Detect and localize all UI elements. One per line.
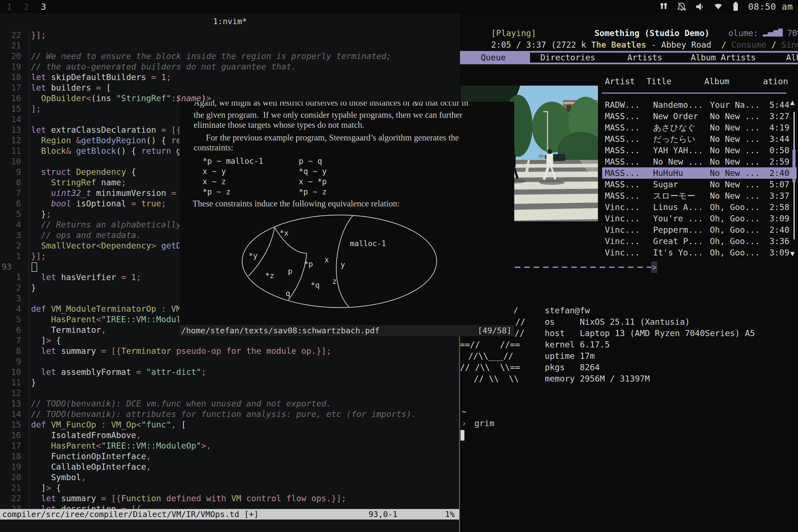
queue-row[interactable]: RADW...Nandemo...Your Na...5:44 [602,99,797,111]
line-number: 7 [0,188,27,198]
queue-row[interactable]: MASS...SugarNo New ...5:07 [602,179,797,190]
queue-cell-duration: 3:27 [770,111,790,122]
queue-header-album[interactable]: Album [704,76,729,87]
earbuds-icon[interactable] [659,2,668,11]
playback-progress-bar[interactable] [515,267,651,268]
queue-scrollbar-thumb[interactable] [793,150,796,182]
queue-row[interactable]: MASS...だったらいNo New ...3:44 [602,133,797,145]
queue-row[interactable]: MASS...HuHuHuNo New ...2:40 [602,167,797,179]
command-input[interactable]: grim [474,418,494,428]
workspace-2[interactable]: 2 [24,2,29,12]
pdf-constraint: x ~ y [203,166,226,176]
scroll-up-icon[interactable]: ▲ [790,98,795,107]
code-line[interactable]: 9 [0,356,31,367]
code-line[interactable]: 10 [0,156,31,167]
diagram-label: *p [304,260,313,268]
code-line[interactable]: 1 let hasVerifier = 1; [0,272,141,283]
code-line[interactable]: 14 [0,114,31,125]
queue-header-artist[interactable]: Artist [605,76,635,87]
workspace-3[interactable]: 3 [41,2,46,12]
line-number: 11 [0,377,27,388]
code-line[interactable]: 13// TODO(benvanik): DCE vm.func when un… [0,398,331,409]
pdf-viewer[interactable]: Again, we might as well restrict ourselv… [179,102,514,336]
playback-progress-head[interactable]: > [651,262,657,273]
code-line[interactable]: 9 struct Dependency { [0,167,136,177]
code-line[interactable]: 18let skipDefaultBuilders = 1; [0,72,171,82]
code-line[interactable]: 2} [0,283,36,293]
queue-row[interactable]: Vinc...You're ...Oh, Goo...3:09 [602,213,797,224]
nixos-logo-line: // /\\ \\== [460,362,520,373]
queue-cell-title: You're ... [653,213,703,224]
queue-cell-title: Pepperm... [653,224,703,235]
queue-cell-album: Oh, Goo... [710,247,760,258]
code-line[interactable]: 1}]; [0,251,46,262]
battery-icon[interactable] [732,1,740,12]
code-line[interactable]: 8 let summary = [{Terminator pseudo-op f… [0,346,331,356]
code-line[interactable]: 22}]; [0,30,46,40]
code-line[interactable]: 7 uint32_t minimumVersion = 0; [0,188,191,198]
queue-row[interactable]: MASS...YAH YAH...No New ...0:50 [602,145,797,156]
code-line[interactable]: 93 [0,262,31,272]
code-line[interactable]: 16 IsolatedFromAbove, [0,430,141,440]
code-line[interactable]: 10 let assemblyFormat = "attr-dict"; [0,367,206,377]
diagram-label: y [341,260,345,269]
queue-cell-duration: 0:50 [770,145,790,156]
code-line[interactable]: 20 Symbol, [0,472,86,483]
tmux-window-title[interactable]: 1:nvim* [0,17,460,26]
queue-row[interactable]: Vinc...It's Yo...Oh, Goo...3:09 [602,247,797,258]
status-bar: 123 08:50 am [0,0,798,13]
wifi-icon[interactable] [713,2,723,12]
nixos-logo-line: // [515,316,525,327]
code-line[interactable]: 19// the auto-generated builders do not … [0,61,296,72]
queue-row[interactable]: MASS...スローモーNo New ...3:37 [602,190,797,202]
queue-row[interactable]: MASS...あさひなぐNo New ...4:19 [602,122,797,133]
pdf-paragraph-line: constraints: [194,143,233,153]
code-line[interactable]: 15def VM_FuncOp : VM_Op<"func", [ [0,419,186,430]
code-line[interactable]: 14// TODO(benvanik): attributes for func… [0,409,416,419]
volume-icon[interactable] [695,2,705,12]
queue-row[interactable]: MASS...No New ...No New ...2:59 [602,156,797,167]
code-line[interactable]: 17 HasParent<"IREE::VM::ModuleOp">, [0,440,211,451]
queue-row[interactable]: Vinc...Great P...Oh, Goo...3:36 [602,235,797,247]
code-line[interactable]: 3 // ops and metadata. [0,230,141,241]
code-line[interactable]: 22 let summary = [{Function defined with… [0,493,346,504]
code-line[interactable]: 6 bool isOptional = true; [0,198,166,209]
code-line[interactable]: 20// We need to ensure the block inside … [0,51,391,61]
pdf-constraint: *p ~ z [299,187,327,197]
code-line[interactable]: 13let extraClassDeclaration = [{ [0,125,181,135]
line-number: 2 [0,241,27,251]
queue-cell-artist: Vinc... [605,213,640,224]
code-line[interactable]: 15]; [0,103,41,114]
queue-cell-title: Sugar [653,179,678,190]
code-line[interactable]: 8 StringRef name; [0,177,126,188]
queue-row[interactable]: Vinc...Pepperm...Oh, Goo...2:40 [602,224,797,235]
code-line[interactable]: 12 [0,388,31,398]
queue-header-title[interactable]: Title [646,76,671,87]
code-line[interactable]: 6 Terminator, [0,325,106,335]
vim-statusline: compiler/src/iree/compiler/Dialect/VM/IR… [0,509,460,519]
code-line[interactable]: 11} [0,377,36,388]
code-line[interactable]: 21 [0,40,31,51]
queue-cell-title: Linus A... [653,202,703,213]
code-line[interactable]: 7 ]> { [0,335,61,346]
code-line[interactable]: 3 [0,293,31,304]
line-number: 15 [0,419,27,430]
queue-cell-duration: 2:58 [770,202,790,213]
queue-cell-artist: MASS... [605,145,640,156]
code-line[interactable]: 19 CallableOpInterface, [0,462,151,472]
queue-row[interactable]: MASS...New OrderNo New ...3:27 [602,111,797,122]
line-number: 3 [0,230,27,241]
queue-header-duration[interactable]: ation [763,76,788,87]
code-line[interactable]: 21 ]> { [0,483,61,493]
scroll-down-icon[interactable]: ▼ [790,249,795,258]
workspace-1[interactable]: 1 [7,2,12,12]
code-line[interactable]: 18 FunctionOpInterface, [0,451,151,462]
notification-off-icon[interactable] [677,2,687,12]
code-line[interactable]: 5 }; [0,209,51,220]
fastfetch-info-line: pkgs 8264 [545,362,600,373]
queue-cell-artist: MASS... [605,190,640,202]
queue-cell-artist: MASS... [605,167,640,179]
code-line[interactable]: 17let builders = [ [0,82,111,93]
line-number: 15 [0,103,27,114]
queue-row[interactable]: Vinc...Linus A...Oh, Goo...2:58 [602,202,797,213]
